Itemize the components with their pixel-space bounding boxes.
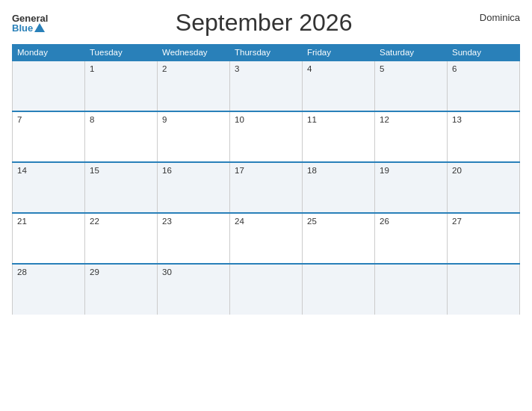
- weekday-wednesday: Wednesday: [158, 45, 230, 61]
- calendar-cell: 28: [13, 264, 85, 315]
- day-number: 21: [17, 217, 27, 226]
- day-number: 14: [17, 166, 27, 175]
- day-number: 30: [162, 268, 172, 276]
- calendar-cell: [375, 264, 448, 315]
- calendar-cell: 17: [230, 162, 303, 213]
- weekday-monday: Monday: [13, 45, 85, 61]
- day-number: 10: [235, 115, 244, 124]
- day-number: 22: [90, 217, 99, 226]
- day-number: 6: [452, 64, 457, 73]
- calendar-cell: 22: [85, 213, 158, 264]
- calendar-cell: 9: [158, 111, 230, 162]
- page-header: General Blue September 2026 Dominica: [12, 9, 520, 37]
- calendar-cell: 19: [375, 162, 448, 213]
- calendar-cell: 14: [13, 162, 85, 213]
- calendar-week-5: 282930: [13, 264, 520, 315]
- calendar-cell: 11: [303, 111, 375, 162]
- calendar-cell: [13, 61, 85, 111]
- calendar-week-3: 14151617181920: [13, 162, 520, 213]
- calendar-cell: 18: [303, 162, 375, 213]
- calendar-week-4: 21222324252627: [13, 213, 520, 264]
- day-number: 17: [235, 166, 244, 175]
- day-number: 13: [452, 115, 462, 124]
- day-number: 11: [307, 115, 317, 124]
- calendar-cell: 16: [158, 162, 230, 213]
- calendar-week-2: 78910111213: [13, 111, 520, 162]
- calendar-title: September 2026: [176, 9, 353, 37]
- day-number: 3: [235, 64, 239, 73]
- logo-blue-text: Blue: [12, 23, 45, 33]
- weekday-friday: Friday: [303, 45, 375, 61]
- calendar-cell: 4: [303, 61, 375, 111]
- calendar-cell: 13: [448, 111, 520, 162]
- calendar-cell: [303, 264, 375, 315]
- calendar-cell: 21: [13, 213, 85, 264]
- day-number: 19: [380, 166, 389, 175]
- calendar-cell: 8: [85, 111, 158, 162]
- calendar-cell: 20: [448, 162, 520, 213]
- day-number: 18: [307, 166, 317, 175]
- calendar-header: MondayTuesdayWednesdayThursdayFridaySatu…: [13, 45, 520, 61]
- day-number: 4: [307, 64, 312, 73]
- weekday-sunday: Sunday: [448, 45, 520, 61]
- calendar-cell: 3: [230, 61, 303, 111]
- calendar-cell: 24: [230, 213, 303, 264]
- day-number: 7: [17, 115, 22, 124]
- day-number: 23: [162, 217, 172, 226]
- calendar-cell: 29: [85, 264, 158, 315]
- day-number: 9: [162, 115, 167, 124]
- day-number: 16: [162, 166, 172, 175]
- day-number: 24: [235, 217, 244, 226]
- calendar-cell: 23: [158, 213, 230, 264]
- calendar-cell: 12: [375, 111, 448, 162]
- calendar-cell: 27: [448, 213, 520, 264]
- calendar-cell: [230, 264, 303, 315]
- calendar-cell: 1: [85, 61, 158, 111]
- calendar-cell: 6: [448, 61, 520, 111]
- day-number: 26: [380, 217, 389, 226]
- logo: General Blue: [12, 13, 48, 33]
- calendar-cell: 7: [13, 111, 85, 162]
- calendar-cell: 10: [230, 111, 303, 162]
- calendar-cell: 15: [85, 162, 158, 213]
- day-number: 1: [90, 64, 94, 73]
- calendar-body: 1234567891011121314151617181920212223242…: [13, 61, 520, 315]
- day-number: 28: [17, 268, 27, 276]
- day-number: 12: [380, 115, 389, 124]
- day-number: 20: [452, 166, 462, 175]
- weekday-thursday: Thursday: [230, 45, 303, 61]
- weekday-header-row: MondayTuesdayWednesdayThursdayFridaySatu…: [13, 45, 520, 61]
- weekday-tuesday: Tuesday: [85, 45, 158, 61]
- day-number: 8: [90, 115, 94, 124]
- calendar-table: MondayTuesdayWednesdayThursdayFridaySatu…: [12, 44, 520, 315]
- calendar-cell: 30: [158, 264, 230, 315]
- calendar-cell: 2: [158, 61, 230, 111]
- logo-triangle-icon: [34, 23, 45, 32]
- day-number: 27: [452, 217, 462, 226]
- country-label: Dominica: [480, 12, 520, 23]
- calendar-cell: [448, 264, 520, 315]
- calendar-cell: 5: [375, 61, 448, 111]
- logo-general-text: General: [12, 13, 48, 23]
- calendar-week-1: 123456: [13, 61, 520, 111]
- calendar-cell: 26: [375, 213, 448, 264]
- day-number: 29: [90, 268, 99, 276]
- day-number: 2: [162, 64, 167, 73]
- day-number: 25: [307, 217, 317, 226]
- day-number: 5: [380, 64, 384, 73]
- calendar-cell: 25: [303, 213, 375, 264]
- day-number: 15: [90, 166, 99, 175]
- weekday-saturday: Saturday: [375, 45, 448, 61]
